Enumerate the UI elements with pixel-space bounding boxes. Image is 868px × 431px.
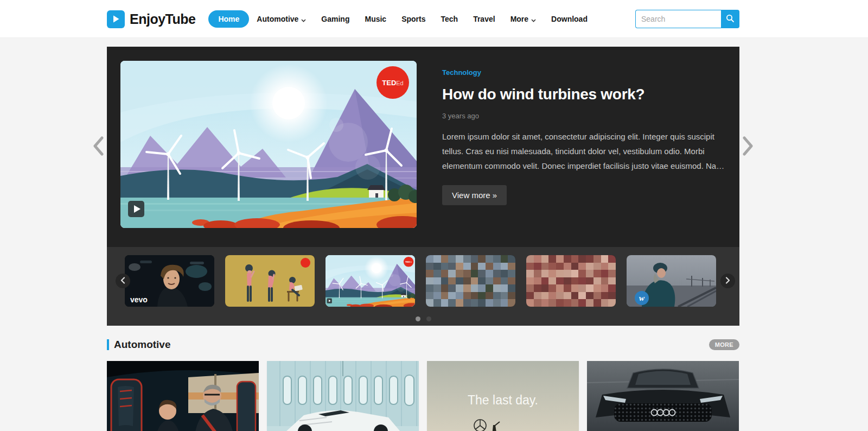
svg-text:TEDEd: TEDEd [382, 79, 403, 87]
card-thumbnail: The last day. [427, 361, 579, 431]
chevron-left-icon [120, 277, 125, 286]
featured-video-info: Technology How do wind turbines work? 3 … [417, 61, 712, 247]
nav-item-travel[interactable]: Travel [465, 10, 502, 28]
vevo-logo: vevo [130, 295, 148, 304]
video-timestamp: 3 years ago [442, 112, 712, 120]
site-logo[interactable]: EnjoyTube [107, 10, 195, 28]
video-card-audi-concept[interactable] [587, 361, 739, 431]
video-excerpt: Lorem ipsum dolor sit amet, consectetur … [442, 129, 735, 173]
header: EnjoyTube Home Automotive Gaming Music S… [0, 0, 868, 38]
featured-video-slide: TEDEd Technology How do wind turbines wo… [107, 47, 739, 247]
video-card-lamborghini-interior[interactable] [107, 361, 259, 431]
chevron-right-icon [725, 277, 730, 286]
video-card-mercedes-last-day[interactable]: The last day. [427, 361, 579, 431]
card-thumbnail [267, 361, 419, 431]
nav-item-gaming[interactable]: Gaming [314, 10, 357, 28]
svg-text:TEDEd: TEDEd [405, 261, 412, 263]
teded-logo-small [301, 258, 310, 268]
carousel-pagination [107, 316, 739, 321]
thumbnail-ted-ed-illustration[interactable] [225, 255, 315, 307]
house-illustration [401, 294, 406, 297]
pagination-dot-1[interactable] [416, 316, 420, 321]
card-thumbnail [107, 361, 259, 431]
thumbnail-warner-music-video[interactable]: w [627, 255, 716, 307]
thumbnail-music-video-vevo[interactable]: vevo [125, 255, 214, 307]
video-card-white-supercar[interactable] [267, 361, 419, 431]
view-more-button[interactable]: View more » [442, 185, 507, 205]
play-logo-icon [107, 10, 125, 28]
video-title[interactable]: How do wind turbines work? [442, 86, 712, 103]
thumbnail-wind-turbines[interactable]: TEDEd [326, 255, 415, 307]
house-illustration [367, 185, 385, 198]
video-category-link[interactable]: Technology [442, 68, 712, 77]
warner-music-logo: w [635, 291, 649, 305]
section-accent-bar [107, 339, 109, 350]
nav-item-music[interactable]: Music [357, 10, 394, 28]
chevron-down-icon [301, 15, 306, 24]
chevron-down-icon [531, 15, 536, 24]
nav-item-download[interactable]: Download [544, 10, 595, 28]
strip-prev-button[interactable] [116, 274, 130, 288]
automotive-section: Automotive MORE [107, 339, 739, 431]
carousel-prev-button[interactable] [88, 134, 108, 160]
play-icon [128, 201, 144, 217]
nav-item-home[interactable]: Home [208, 10, 249, 28]
play-icon [327, 299, 332, 303]
search-bar [635, 10, 739, 28]
thumbnail-pixelated-1[interactable] [426, 255, 515, 307]
nav-item-automotive[interactable]: Automotive [249, 10, 314, 28]
site-title: EnjoyTube [130, 11, 195, 27]
featured-video-thumbnail[interactable]: TEDEd [120, 61, 417, 228]
thumbnail-pixelated-2[interactable] [526, 255, 616, 307]
search-button[interactable] [721, 10, 739, 28]
search-input[interactable] [635, 10, 721, 28]
section-title: Automotive [114, 339, 171, 351]
card-thumbnail [587, 361, 739, 431]
nav-item-more[interactable]: More [503, 10, 544, 28]
thumbnail-strip: vevo [107, 247, 739, 326]
carousel-next-button[interactable] [738, 134, 758, 160]
search-icon [726, 14, 735, 24]
svg-text:w: w [639, 294, 645, 302]
nav-item-sports[interactable]: Sports [394, 10, 433, 28]
chevron-right-icon [742, 136, 754, 157]
teded-logo: TEDEd [404, 257, 414, 267]
card-caption: The last day. [468, 393, 538, 407]
hero-carousel: TEDEd Technology How do wind turbines wo… [107, 47, 739, 326]
pagination-dot-2[interactable] [426, 316, 431, 321]
nav-item-tech[interactable]: Tech [433, 10, 466, 28]
chevron-left-icon [92, 136, 104, 157]
teded-logo: TEDEd [376, 66, 409, 99]
main-nav: Home Automotive Gaming Music Sports Tech… [208, 10, 595, 28]
strip-next-button[interactable] [720, 274, 735, 288]
more-button[interactable]: MORE [709, 339, 739, 350]
